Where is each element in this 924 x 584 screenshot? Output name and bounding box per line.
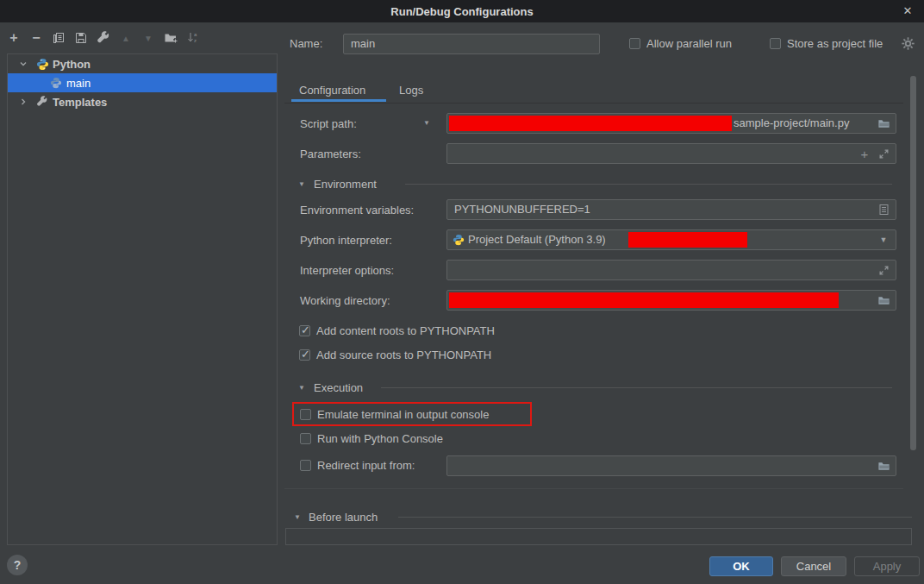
environment-collapse-icon[interactable]: ▼ [298, 180, 307, 189]
tree-item-label: Templates [53, 96, 107, 109]
redaction-overlay [449, 292, 839, 308]
execution-section-line [381, 387, 892, 388]
store-as-project-file-checkbox[interactable] [770, 38, 781, 49]
emulate-terminal-checkbox[interactable] [300, 409, 311, 420]
check-icon: ✓ [301, 323, 310, 336]
svg-text:a: a [194, 32, 197, 37]
expand-field-icon[interactable] [877, 263, 890, 277]
configurations-tree: Python main Templates [7, 53, 278, 545]
tab-logs[interactable]: Logs [399, 84, 423, 97]
script-path-dropdown-icon[interactable]: ▼ [423, 119, 432, 128]
parameters-input[interactable]: + [446, 143, 896, 164]
before-launch-task-list[interactable] [285, 528, 912, 545]
allow-parallel-run-label: Allow parallel run [646, 37, 732, 50]
working-directory-input[interactable] [446, 290, 896, 311]
emulate-terminal-label: Emulate terminal in output console [317, 408, 489, 421]
tree-item-templates[interactable]: Templates [8, 92, 277, 111]
browse-folder-icon[interactable] [877, 293, 890, 307]
svg-text:z: z [194, 38, 197, 43]
execution-collapse-icon[interactable]: ▼ [298, 384, 307, 392]
redirect-input-file-input[interactable] [446, 455, 896, 476]
environment-section-title: Environment [314, 178, 377, 191]
python-icon [35, 57, 49, 71]
python-interpreter-value: Project Default (Python 3.9) [468, 233, 606, 246]
add-source-roots-label: Add source roots to PYTHONPATH [316, 349, 491, 361]
redirect-input-checkbox[interactable] [300, 460, 311, 471]
interpreter-options-label: Interpreter options: [300, 264, 394, 277]
browse-folder-icon[interactable] [877, 116, 890, 130]
script-path-input[interactable]: sample-project/main.py [446, 113, 896, 134]
chevron-down-icon[interactable]: ▼ [877, 233, 890, 247]
python-interpreter-label: Python interpreter: [300, 234, 392, 247]
configurations-toolbar: + − ▲ ▼ az [7, 29, 200, 47]
tab-configuration[interactable]: Configuration [299, 84, 365, 97]
environment-section-line [405, 184, 892, 185]
environment-variables-label: Environment variables: [300, 204, 414, 217]
expand-field-icon[interactable] [877, 147, 890, 160]
new-folder-icon[interactable] [164, 31, 178, 45]
templates-wrench-icon [35, 95, 49, 109]
copy-configuration-icon[interactable] [52, 31, 66, 45]
chevron-right-icon[interactable] [18, 97, 28, 107]
python-script-icon [49, 76, 63, 90]
titlebar: Run/Debug Configurations ✕ [0, 0, 924, 22]
python-icon [453, 234, 465, 248]
add-configuration-icon[interactable]: + [7, 31, 21, 45]
script-path-value: sample-project/main.py [734, 116, 849, 129]
run-debug-configurations-dialog: Run/Debug Configurations ✕ + − ▲ ▼ az [0, 0, 924, 584]
help-button[interactable]: ? [7, 555, 28, 575]
vertical-scrollbar[interactable] [910, 76, 916, 450]
before-launch-section-title: Before launch [309, 511, 378, 524]
cancel-button[interactable]: Cancel [781, 556, 846, 576]
before-launch-section-line [398, 517, 912, 518]
check-icon: ✓ [301, 348, 310, 361]
name-label: Name: [290, 37, 322, 50]
store-as-project-file-label: Store as project file [787, 37, 883, 50]
add-content-roots-checkbox[interactable]: ✓ [299, 325, 310, 336]
ok-button[interactable]: OK [709, 556, 773, 576]
before-launch-collapse-icon[interactable]: ▼ [294, 513, 303, 522]
scroll-area-divider [284, 488, 903, 489]
edit-variables-icon[interactable] [877, 203, 890, 217]
gear-icon[interactable] [902, 37, 915, 53]
tree-item-label: main [66, 77, 91, 90]
sort-configurations-icon[interactable]: az [186, 31, 200, 45]
tree-item-python[interactable]: Python [8, 54, 277, 73]
interpreter-options-input[interactable] [446, 260, 896, 280]
execution-section-title: Execution [314, 381, 363, 394]
active-tab-indicator [291, 99, 386, 102]
run-python-console-label: Run with Python Console [317, 432, 443, 445]
add-macro-icon[interactable]: + [858, 147, 871, 160]
environment-variables-input[interactable]: PYTHONUNBUFFERED=1 [446, 199, 896, 220]
environment-variables-value: PYTHONUNBUFFERED=1 [454, 203, 590, 216]
chevron-down-icon[interactable] [18, 59, 28, 69]
dialog-title: Run/Debug Configurations [390, 5, 533, 18]
redirect-input-label: Redirect input from: [317, 459, 415, 472]
browse-folder-icon[interactable] [877, 459, 890, 473]
add-content-roots-label: Add content roots to PYTHONPATH [316, 324, 495, 337]
working-directory-label: Working directory: [300, 294, 390, 307]
allow-parallel-run-checkbox[interactable] [629, 38, 640, 49]
tree-item-main[interactable]: main [8, 73, 277, 92]
move-down-icon[interactable]: ▼ [141, 31, 155, 45]
remove-configuration-icon[interactable]: − [29, 31, 43, 45]
close-icon[interactable]: ✕ [900, 3, 915, 19]
apply-button[interactable]: Apply [854, 556, 920, 576]
script-path-label: Script path: [300, 117, 357, 130]
move-up-icon[interactable]: ▲ [119, 31, 133, 45]
name-value: main [351, 37, 375, 50]
parameters-label: Parameters: [300, 148, 361, 160]
save-configuration-icon[interactable] [74, 31, 88, 45]
run-python-console-checkbox[interactable] [300, 433, 311, 444]
python-interpreter-select[interactable]: Project Default (Python 3.9) ▼ [446, 229, 896, 250]
edit-templates-icon[interactable] [97, 31, 110, 45]
tabs-separator [284, 103, 903, 104]
tree-item-label: Python [53, 58, 91, 71]
name-input[interactable]: main [343, 34, 600, 54]
add-source-roots-checkbox[interactable]: ✓ [299, 349, 310, 361]
redaction-overlay [449, 116, 732, 131]
redaction-overlay [628, 232, 747, 248]
